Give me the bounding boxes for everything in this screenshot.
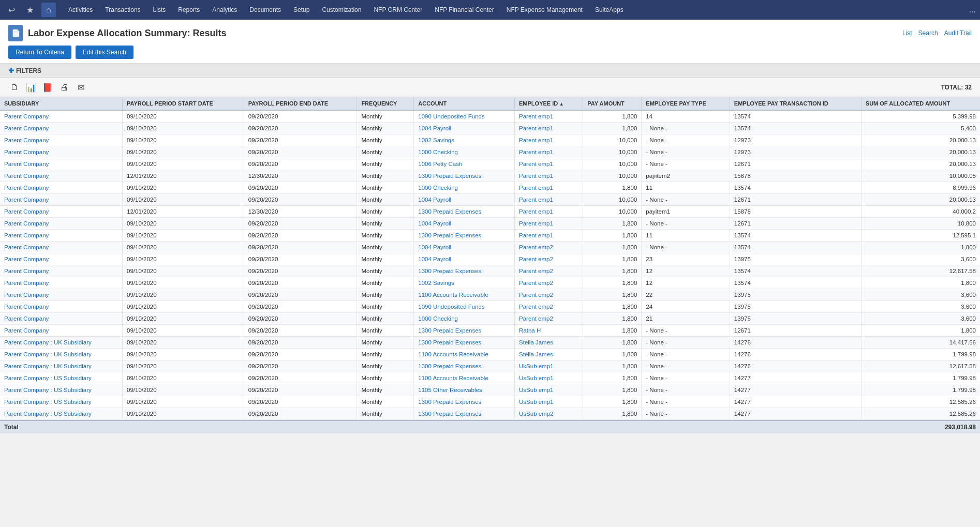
cell-subsidiary[interactable]: Parent Company: [0, 301, 123, 313]
action-search[interactable]: Search: [918, 29, 938, 37]
cell-account[interactable]: 1300 Prepaid Expenses: [414, 206, 515, 218]
cell-account[interactable]: 1105 Other Receivables: [414, 384, 515, 396]
cell-account[interactable]: 1004 Payroll: [414, 218, 515, 230]
cell-employee_id[interactable]: Ratna H: [515, 325, 583, 337]
cell-employee_id[interactable]: Parent emp2: [515, 301, 583, 313]
cell-subsidiary[interactable]: Parent Company : US Subsidiary: [0, 396, 123, 408]
cell-subsidiary[interactable]: Parent Company : UK Subsidiary: [0, 360, 123, 372]
nav-item-customization[interactable]: Customization: [316, 0, 367, 20]
nav-item-nfp-crm-center[interactable]: NFP CRM Center: [367, 0, 428, 20]
cell-account[interactable]: 1300 Prepaid Expenses: [414, 408, 515, 420]
cell-employee_id[interactable]: Parent emp1: [515, 218, 583, 230]
nav-item-documents[interactable]: Documents: [243, 0, 287, 20]
col-header-start_date[interactable]: PAYROLL PERIOD START DATE: [123, 97, 244, 110]
favorites-icon[interactable]: ★: [23, 3, 37, 17]
return-criteria-button[interactable]: Return To Criteria: [8, 46, 71, 59]
nav-item-analytics[interactable]: Analytics: [206, 0, 243, 20]
cell-account[interactable]: 1002 Savings: [414, 134, 515, 146]
cell-subsidiary[interactable]: Parent Company : UK Subsidiary: [0, 337, 123, 349]
edit-search-button[interactable]: Edit this Search: [76, 46, 133, 59]
cell-account[interactable]: 1300 Prepaid Expenses: [414, 396, 515, 408]
history-icon[interactable]: ↩: [4, 3, 19, 17]
new-icon[interactable]: 🗋: [8, 81, 21, 94]
cell-subsidiary[interactable]: Parent Company: [0, 313, 123, 325]
nav-item-transactions[interactable]: Transactions: [99, 0, 146, 20]
nav-more-icon[interactable]: ...: [969, 5, 976, 14]
cell-subsidiary[interactable]: Parent Company: [0, 289, 123, 301]
action-list[interactable]: List: [902, 29, 912, 37]
cell-subsidiary[interactable]: Parent Company: [0, 194, 123, 206]
cell-account[interactable]: 1300 Prepaid Expenses: [414, 325, 515, 337]
print-icon[interactable]: 🖨: [58, 81, 70, 94]
cell-employee_id[interactable]: Parent emp2: [515, 277, 583, 289]
cell-subsidiary[interactable]: Parent Company: [0, 134, 123, 146]
cell-employee_id[interactable]: UsSub emp1: [515, 372, 583, 384]
cell-subsidiary[interactable]: Parent Company: [0, 110, 123, 123]
col-header-pay_type[interactable]: EMPLOYEE PAY TYPE: [642, 97, 730, 110]
cell-account[interactable]: 1000 Checking: [414, 146, 515, 158]
cell-subsidiary[interactable]: Parent Company: [0, 158, 123, 170]
nav-item-nfp-expense-management[interactable]: NFP Expense Management: [500, 0, 589, 20]
cell-subsidiary[interactable]: Parent Company : US Subsidiary: [0, 408, 123, 420]
cell-account[interactable]: 1090 Undeposited Funds: [414, 110, 515, 123]
col-header-frequency[interactable]: FREQUENCY: [357, 97, 414, 110]
cell-employee_id[interactable]: Parent emp1: [515, 110, 583, 123]
cell-employee_id[interactable]: Parent emp1: [515, 170, 583, 182]
cell-employee_id[interactable]: UsSub emp2: [515, 408, 583, 420]
cell-subsidiary[interactable]: Parent Company: [0, 182, 123, 194]
cell-subsidiary[interactable]: Parent Company: [0, 146, 123, 158]
cell-subsidiary[interactable]: Parent Company: [0, 325, 123, 337]
home-icon[interactable]: ⌂: [41, 3, 56, 17]
cell-subsidiary[interactable]: Parent Company: [0, 242, 123, 253]
cell-account[interactable]: 1300 Prepaid Expenses: [414, 230, 515, 242]
cell-subsidiary[interactable]: Parent Company : US Subsidiary: [0, 372, 123, 384]
cell-account[interactable]: 1100 Accounts Receivable: [414, 372, 515, 384]
cell-subsidiary[interactable]: Parent Company: [0, 253, 123, 265]
cell-subsidiary[interactable]: Parent Company: [0, 123, 123, 134]
cell-account[interactable]: 1100 Accounts Receivable: [414, 349, 515, 360]
cell-employee_id[interactable]: Parent emp1: [515, 158, 583, 170]
excel-icon[interactable]: 📊: [25, 81, 37, 94]
cell-subsidiary[interactable]: Parent Company: [0, 265, 123, 277]
cell-subsidiary[interactable]: Parent Company : UK Subsidiary: [0, 349, 123, 360]
cell-subsidiary[interactable]: Parent Company: [0, 206, 123, 218]
cell-employee_id[interactable]: UsSub emp1: [515, 396, 583, 408]
cell-subsidiary[interactable]: Parent Company: [0, 230, 123, 242]
col-header-transaction_id[interactable]: EMPLOYEE PAY TRANSACTION ID: [730, 97, 861, 110]
cell-employee_id[interactable]: Stella James: [515, 349, 583, 360]
cell-employee_id[interactable]: Parent emp1: [515, 123, 583, 134]
cell-subsidiary[interactable]: Parent Company: [0, 218, 123, 230]
col-header-pay_amount[interactable]: PAY AMOUNT: [583, 97, 642, 110]
cell-subsidiary[interactable]: Parent Company: [0, 170, 123, 182]
cell-account[interactable]: 1004 Payroll: [414, 242, 515, 253]
nav-item-setup[interactable]: Setup: [287, 0, 316, 20]
cell-employee_id[interactable]: UkSub emp1: [515, 360, 583, 372]
nav-item-lists[interactable]: Lists: [147, 0, 172, 20]
nav-item-activities[interactable]: Activities: [62, 0, 99, 20]
nav-item-reports[interactable]: Reports: [172, 0, 206, 20]
cell-employee_id[interactable]: Parent emp1: [515, 230, 583, 242]
col-header-employee_id[interactable]: EMPLOYEE ID: [515, 97, 583, 110]
cell-employee_id[interactable]: Parent emp2: [515, 289, 583, 301]
cell-employee_id[interactable]: Parent emp1: [515, 182, 583, 194]
cell-account[interactable]: 1300 Prepaid Expenses: [414, 170, 515, 182]
col-header-account[interactable]: ACCOUNT: [414, 97, 515, 110]
col-header-end_date[interactable]: PAYROLL PERIOD END DATE: [244, 97, 357, 110]
cell-account[interactable]: 1000 Checking: [414, 313, 515, 325]
cell-account[interactable]: 1300 Prepaid Expenses: [414, 337, 515, 349]
cell-subsidiary[interactable]: Parent Company : US Subsidiary: [0, 384, 123, 396]
email-icon[interactable]: ✉: [75, 81, 87, 94]
cell-employee_id[interactable]: Parent emp1: [515, 134, 583, 146]
nav-item-suiteapps[interactable]: SuiteApps: [589, 0, 630, 20]
pdf-icon[interactable]: 📕: [41, 81, 54, 94]
cell-account[interactable]: 1004 Payroll: [414, 123, 515, 134]
cell-account[interactable]: 1004 Payroll: [414, 194, 515, 206]
cell-account[interactable]: 1000 Checking: [414, 182, 515, 194]
cell-account[interactable]: 1002 Savings: [414, 277, 515, 289]
col-header-subsidiary[interactable]: SUBSIDIARY: [0, 97, 123, 110]
cell-account[interactable]: 1090 Undeposited Funds: [414, 301, 515, 313]
cell-employee_id[interactable]: Parent emp1: [515, 146, 583, 158]
cell-account[interactable]: 1300 Prepaid Expenses: [414, 265, 515, 277]
cell-employee_id[interactable]: Parent emp2: [515, 242, 583, 253]
cell-employee_id[interactable]: Parent emp2: [515, 253, 583, 265]
